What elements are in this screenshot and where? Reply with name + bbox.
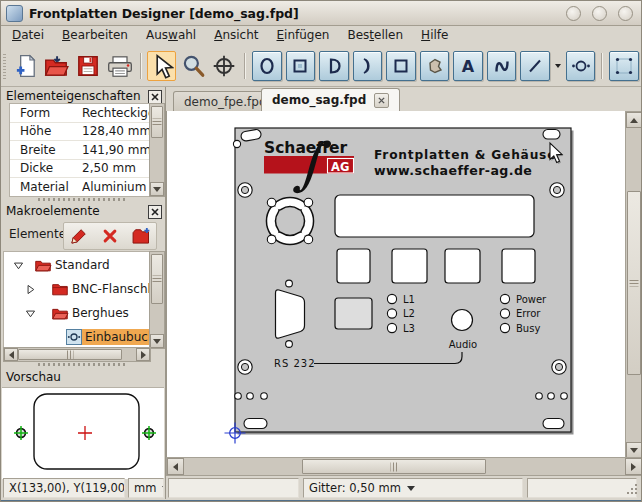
zoom-tool-button[interactable]	[178, 51, 208, 81]
unit-combo[interactable]: mm	[128, 478, 164, 498]
ellipse-tool-button[interactable]	[252, 51, 282, 81]
button-cutout-1[interactable]	[337, 249, 370, 283]
bottom-holes-left[interactable]	[235, 393, 268, 400]
scroll-left-button[interactable]	[167, 458, 184, 475]
scrollbar-thumb[interactable]	[627, 191, 641, 375]
expander-open-icon[interactable]	[24, 307, 37, 320]
menu-einfuegen[interactable]: Einfügen	[268, 26, 339, 44]
menu-bearbeiten[interactable]: Bearbeiten	[53, 26, 137, 44]
pencil-icon	[69, 226, 89, 246]
tree-item-standard[interactable]: Standard	[4, 254, 113, 276]
canvas-hscrollbar[interactable]	[166, 457, 642, 476]
expander-open-icon[interactable]	[12, 259, 25, 272]
hole-top-left-small[interactable]	[233, 140, 240, 147]
resize-grip[interactable]	[626, 483, 638, 495]
close-button[interactable]	[618, 6, 633, 21]
scroll-right-button[interactable]	[136, 348, 150, 361]
scroll-up-button[interactable]	[626, 112, 642, 128]
menu-hilfe[interactable]: Hilfe	[412, 26, 457, 44]
macro-tree-hscrollbar[interactable]	[3, 347, 151, 362]
button-cutout-4[interactable]	[502, 249, 535, 283]
square-button-element[interactable]	[335, 298, 372, 329]
button-cutout-3[interactable]	[445, 249, 480, 283]
table-row[interactable]: FormRechteckige	[10, 104, 150, 123]
scrollbar-thumb[interactable]	[18, 349, 122, 360]
curve-tool-button[interactable]	[487, 51, 517, 81]
svg-text:www.schaeffer-ag.de: www.schaeffer-ag.de	[374, 163, 532, 178]
scroll-left-button[interactable]	[4, 348, 18, 361]
bottom-holes-right[interactable]	[536, 393, 568, 400]
scrollbar-thumb[interactable]	[151, 254, 163, 304]
save-button[interactable]	[73, 51, 103, 81]
close-icon	[378, 97, 385, 104]
table-row[interactable]: Breite141,90 mm	[10, 141, 150, 160]
canvas-vscrollbar[interactable]	[625, 111, 642, 459]
scroll-right-button[interactable]	[625, 458, 642, 475]
dshape-tool-button[interactable]	[319, 51, 349, 81]
edit-macro-button[interactable]	[66, 225, 92, 247]
mount-hole-bottom-left[interactable]	[238, 360, 252, 374]
scrollbar-thumb[interactable]	[151, 106, 163, 138]
corner-dots-icon	[612, 54, 636, 78]
slot-top-right[interactable]	[543, 130, 560, 140]
delete-macro-button[interactable]	[97, 225, 123, 247]
rectangle-tool-button[interactable]	[286, 51, 316, 81]
maximize-button[interactable]	[592, 6, 607, 21]
line-tool-button[interactable]	[520, 51, 550, 81]
scroll-down-button[interactable]	[150, 334, 164, 348]
mount-hole-bottom-right[interactable]	[552, 360, 566, 374]
toolbar-drag-handle[interactable]	[3, 53, 6, 79]
macro-panel-title: Makroelemente	[6, 204, 100, 218]
button-cutout-2[interactable]	[392, 249, 427, 283]
tree-item-einbaubuchse[interactable]: Einbaubuchs	[4, 326, 151, 348]
line-tool-dropdown[interactable]	[555, 64, 561, 68]
tree-item-berghues[interactable]: Berghues	[4, 302, 132, 324]
mount-hole-top-left[interactable]	[238, 183, 252, 197]
select-tool-button[interactable]	[147, 51, 177, 81]
open-file-button[interactable]	[41, 51, 71, 81]
menu-auswahl[interactable]: Auswahl	[137, 26, 205, 44]
scroll-down-button[interactable]	[626, 442, 642, 458]
scrollbar-thumb[interactable]	[302, 459, 486, 474]
dshape-icon	[322, 54, 346, 78]
scroll-down-button[interactable]	[150, 182, 164, 196]
menu-bestellen[interactable]: Bestellen	[338, 26, 412, 44]
mount-hole-top-right[interactable]	[550, 183, 564, 197]
print-button[interactable]	[105, 51, 135, 81]
table-row[interactable]: Dicke2,50 mm	[10, 160, 150, 179]
table-row[interactable]: MaterialAluminium	[10, 178, 150, 197]
slot-bottom-right[interactable]	[543, 419, 564, 429]
properties-close-button[interactable]	[148, 90, 162, 104]
slot-bottom-left[interactable]	[244, 419, 267, 429]
app-window: Frontplatten Designer [demo_sag.fpd] Dat…	[0, 0, 642, 502]
menu-datei[interactable]: Datei	[3, 26, 53, 44]
display-cutout[interactable]	[335, 195, 534, 237]
square-tool-button[interactable]	[386, 51, 416, 81]
macro-tool-button[interactable]	[566, 51, 596, 81]
polygon-tool-button[interactable]	[420, 51, 450, 81]
macro-close-button[interactable]	[148, 205, 162, 219]
titlebar[interactable]: Frontplatten Designer [demo_sag.fpd]	[1, 1, 641, 26]
new-file-button[interactable]	[10, 51, 40, 81]
new-folder-button[interactable]	[128, 225, 154, 247]
tree-item-bnc-flanschbuchse[interactable]: BNC-Flanschbu	[4, 278, 151, 300]
tab-demo-sag[interactable]: demo_sag.fpd	[261, 88, 400, 111]
design-canvas[interactable]: L1 L2 L3 Audio Power Error Busy RS 232	[166, 111, 625, 457]
panel-corners-tool-button[interactable]	[609, 51, 639, 81]
grid-combo[interactable]: Gitter: 0,50 mm	[303, 478, 523, 498]
dock-splitter[interactable]	[1, 361, 165, 368]
text-tool-button[interactable]: A	[453, 51, 483, 81]
table-row[interactable]: Höhe128,40 mm	[10, 123, 150, 142]
center-point-tool-button[interactable]	[210, 51, 240, 81]
panel-headline[interactable]: Frontplatten & Gehäuse www.schaeffer-ag.…	[374, 148, 556, 178]
minimize-button[interactable]	[566, 6, 581, 21]
expander-closed-icon[interactable]	[24, 283, 37, 296]
preview-target-left	[14, 426, 28, 440]
arc-tool-button[interactable]	[353, 51, 383, 81]
properties-scrollbar[interactable]	[149, 103, 165, 197]
menu-ansicht[interactable]: Ansicht	[205, 26, 267, 44]
tab-close-button[interactable]	[374, 93, 389, 108]
dock-splitter[interactable]	[1, 196, 165, 203]
led-group-right[interactable]: Power Error Busy	[500, 294, 547, 334]
macro-tree-vscrollbar[interactable]	[149, 251, 165, 349]
